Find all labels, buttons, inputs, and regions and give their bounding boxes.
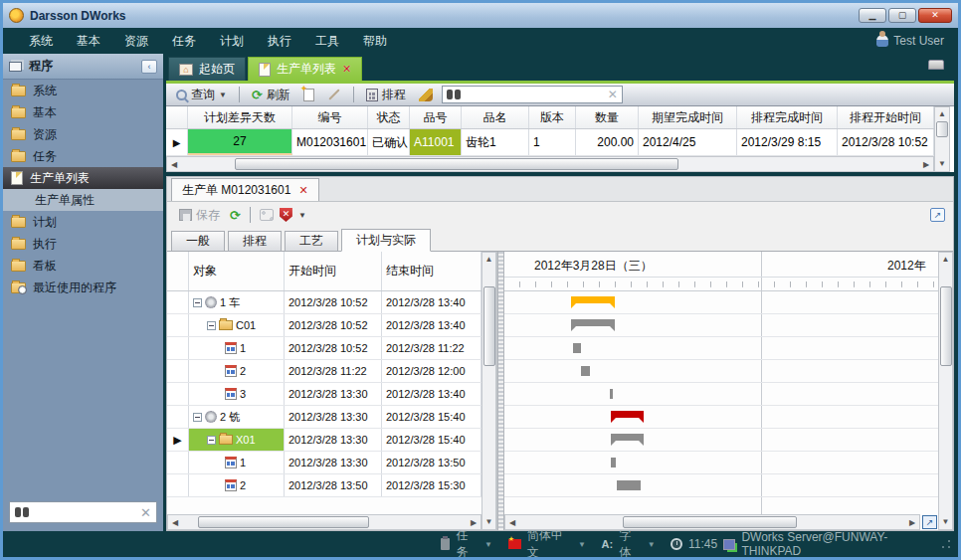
tree-row[interactable]: 2 铣 2012/3/28 13:30 2012/3/28 15:40 <box>167 406 481 429</box>
scroll-left-icon[interactable]: ◀ <box>505 518 519 527</box>
col-end-time[interactable]: 结束时间 <box>382 252 481 290</box>
collapse-icon[interactable] <box>193 298 202 307</box>
sidebar-item-production-order-props[interactable]: 生产单属性 <box>3 189 163 211</box>
grid-vertical-scrollbar[interactable]: ▲ ▼ <box>934 106 950 172</box>
cell-sched-start[interactable]: 2012/3/28 10:52 <box>838 129 934 155</box>
collapse-icon[interactable] <box>207 321 216 330</box>
gantt-vertical-scrollbar[interactable]: ▲ ▼ <box>938 252 953 530</box>
tab-plan-vs-actual[interactable]: 计划与实际 <box>341 229 431 252</box>
popout-icon[interactable]: ↗ <box>930 208 945 222</box>
cell-item-no[interactable]: A11001 <box>410 129 462 155</box>
menu-resource[interactable]: 资源 <box>112 29 160 54</box>
scroll-up-icon[interactable]: ▲ <box>938 107 946 121</box>
col-plan-diff-days[interactable]: 计划差异天数 <box>188 106 292 128</box>
gantt-bar[interactable] <box>571 296 615 308</box>
grid-horizontal-scrollbar[interactable]: ◀ ▶ <box>166 156 934 172</box>
scroll-left-icon[interactable]: ◀ <box>167 160 181 169</box>
sidebar-item-task[interactable]: 任务 <box>3 145 163 167</box>
chevron-down-icon[interactable]: ▼ <box>298 211 306 220</box>
new-button[interactable] <box>299 88 318 102</box>
menu-tools[interactable]: 工具 <box>303 29 351 54</box>
cell-status[interactable]: 已确认 <box>368 129 410 155</box>
tree-row-selected[interactable]: ▶ X01 2012/3/28 13:30 2012/3/28 15:40 <box>167 429 481 452</box>
tab-general[interactable]: 一般 <box>171 231 225 251</box>
sidebar-item-kanban[interactable]: 看板 <box>3 255 163 277</box>
scroll-thumb[interactable] <box>198 516 370 528</box>
refresh-icon[interactable]: ⟳ <box>230 208 241 223</box>
col-item-name[interactable]: 品名 <box>462 106 529 128</box>
status-font[interactable]: 字体 <box>619 527 642 560</box>
grid-data-row[interactable]: ▶ 27 M012031601 已确认 A11001 齿轮1 1 200.00 … <box>166 129 934 156</box>
refresh-button[interactable]: ⟳刷新 <box>248 86 294 104</box>
clean-button[interactable] <box>415 88 437 102</box>
menu-system[interactable]: 系统 <box>17 29 65 54</box>
col-expected-finish[interactable]: 期望完成时间 <box>639 106 737 128</box>
sidebar-item-production-order-list[interactable]: 生产单列表 <box>3 167 163 189</box>
scroll-down-icon[interactable]: ▼ <box>938 157 946 171</box>
tree-row[interactable]: 1 车 2012/3/28 10:52 2012/3/28 13:40 <box>167 291 481 314</box>
pin-icon[interactable] <box>928 60 944 70</box>
workflow-icon[interactable] <box>260 209 274 221</box>
chevron-down-icon[interactable]: ▼ <box>578 540 586 549</box>
sidebar-item-basic[interactable]: 基本 <box>3 101 163 123</box>
gantt-bar[interactable] <box>611 458 616 467</box>
col-version[interactable]: 版本 <box>529 106 576 128</box>
gantt-bar[interactable] <box>573 343 581 353</box>
sidebar-item-system[interactable]: 系统 <box>3 80 163 101</box>
shield-cancel-icon[interactable]: ✕ <box>280 208 292 222</box>
sidebar-item-plan[interactable]: 计划 <box>3 211 163 233</box>
cell-order-no[interactable]: M012031601 <box>292 129 368 155</box>
menu-plan[interactable]: 计划 <box>208 29 256 54</box>
gantt-bar[interactable] <box>611 411 644 423</box>
chevron-down-icon[interactable]: ▼ <box>648 540 656 549</box>
clear-search-icon[interactable]: ✕ <box>608 88 618 101</box>
clear-search-icon[interactable]: ✕ <box>140 505 151 520</box>
current-user[interactable]: Test User <box>876 34 944 48</box>
tab-schedule[interactable]: 排程 <box>228 231 282 251</box>
minimize-button[interactable]: ▁ <box>859 8 886 23</box>
sidebar-item-recent-programs[interactable]: 最近使用的程序 <box>3 277 163 298</box>
cell-quantity[interactable]: 200.00 <box>576 129 639 155</box>
scroll-thumb[interactable] <box>623 516 797 528</box>
tree-row[interactable]: 3 2012/3/28 13:30 2012/3/28 13:40 <box>167 383 481 406</box>
col-sched-finish[interactable]: 排程完成时间 <box>737 106 838 128</box>
collapse-icon[interactable] <box>193 413 202 422</box>
scroll-down-icon[interactable]: ▼ <box>485 515 493 529</box>
scroll-right-icon[interactable]: ▶ <box>919 160 933 169</box>
tree-row[interactable]: 2 2012/3/28 13:50 2012/3/28 15:30 <box>167 474 481 497</box>
tree-row[interactable]: 2 2012/3/28 11:22 2012/3/28 12:00 <box>167 360 481 383</box>
menu-help[interactable]: 帮助 <box>351 29 399 54</box>
cell-expected-finish[interactable]: 2012/4/25 <box>639 129 737 155</box>
close-button[interactable]: ✕ <box>918 8 952 23</box>
col-item-no[interactable]: 品号 <box>410 106 462 128</box>
cell-version[interactable]: 1 <box>529 129 576 155</box>
scroll-up-icon[interactable]: ▲ <box>485 253 493 267</box>
tree-horizontal-scrollbar[interactable]: ◀ ▶ <box>167 514 481 530</box>
close-tab-icon[interactable]: ✕ <box>298 184 307 197</box>
cell-sched-finish[interactable]: 2012/3/29 8:15 <box>737 129 838 155</box>
restore-button[interactable]: ▢ <box>888 8 916 23</box>
sidebar-item-execute[interactable]: 执行 <box>3 233 163 255</box>
chevron-down-icon[interactable]: ▼ <box>484 540 492 549</box>
gantt-bar[interactable] <box>581 366 590 376</box>
menu-basic[interactable]: 基本 <box>65 29 112 54</box>
collapse-icon[interactable] <box>207 436 216 445</box>
status-task[interactable]: 任务 <box>456 527 479 560</box>
resize-grip[interactable] <box>941 539 950 549</box>
gantt-bar[interactable] <box>617 480 641 490</box>
col-order-no[interactable]: 编号 <box>292 106 368 128</box>
col-start-time[interactable]: 开始时间 <box>285 252 382 290</box>
col-status[interactable]: 状态 <box>368 106 410 128</box>
detail-doc-tab[interactable]: 生产单 M012031601 ✕ <box>171 178 319 201</box>
save-button[interactable]: 保存 <box>175 206 224 225</box>
scroll-thumb[interactable] <box>483 286 495 366</box>
edit-button[interactable] <box>323 93 345 96</box>
menu-task[interactable]: 任务 <box>160 29 208 54</box>
tree-row[interactable]: 1 2012/3/28 13:30 2012/3/28 13:50 <box>167 452 481 474</box>
tab-home[interactable]: ⌂ 起始页 <box>168 57 246 81</box>
tab-production-order-list[interactable]: 生产单列表 ✕ <box>248 57 362 81</box>
scroll-thumb[interactable] <box>235 158 679 170</box>
cell-plan-diff-days[interactable]: 27 <box>188 129 292 155</box>
col-object[interactable]: 对象 <box>189 252 285 290</box>
gantt-horizontal-scrollbar[interactable]: ◀ ▶ <box>504 514 920 530</box>
